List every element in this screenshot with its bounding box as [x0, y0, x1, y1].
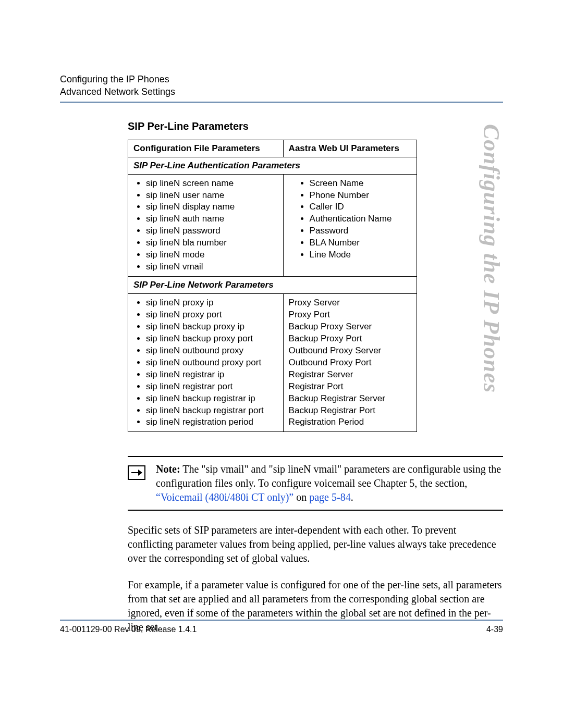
note-block: Note: The "sip vmail" and "sip lineN vma…: [128, 456, 503, 511]
table-header-row: Configuration File Parameters Aastra Web…: [128, 140, 417, 157]
list-item: Backup Proxy Port: [289, 333, 411, 345]
list-item: sip lineN display name: [146, 201, 278, 213]
list-item: Registration Period: [289, 416, 411, 428]
list-item: Line Mode: [310, 249, 411, 261]
col-head-web: Aastra Web UI Parameters: [283, 140, 417, 157]
list-item: Screen Name: [310, 178, 411, 190]
list-item: sip lineN user name: [146, 190, 278, 202]
page-header: Configuring the IP Phones Advanced Netwo…: [60, 73, 503, 98]
net-cfg-list: sip lineN proxy ipsip lineN proxy portsi…: [133, 297, 278, 428]
note-label: Note:: [156, 463, 180, 475]
list-item: Registrar Server: [289, 369, 411, 381]
list-item: sip lineN mode: [146, 249, 278, 261]
table-row: sip lineN proxy ipsip lineN proxy portsi…: [128, 294, 417, 432]
list-item: Caller ID: [310, 201, 411, 213]
list-item: Backup Proxy Server: [289, 321, 411, 333]
list-item: sip lineN bla number: [146, 237, 278, 249]
subheader-net: SIP Per-Line Network Parameters: [128, 277, 417, 294]
subheader-auth: SIP Per-Line Authentication Parameters: [128, 157, 417, 174]
table-row: sip lineN screen namesip lineN user name…: [128, 174, 417, 277]
list-item: sip lineN backup registrar ip: [146, 393, 278, 405]
list-item: Outbound Proxy Server: [289, 345, 411, 357]
cell-net-web: Proxy ServerProxy PortBackup Proxy Serve…: [283, 294, 417, 432]
list-item: sip lineN registrar port: [146, 381, 278, 393]
list-item: Phone Number: [310, 190, 411, 202]
note-link-page[interactable]: page 5-84: [309, 491, 350, 503]
list-item: sip lineN registrar ip: [146, 369, 278, 381]
list-item: Backup Registrar Server: [289, 393, 411, 405]
auth-web-list: Screen NamePhone NumberCaller IDAuthenti…: [289, 178, 411, 262]
list-item: sip lineN vmail: [146, 261, 278, 273]
note-end: .: [351, 491, 353, 503]
svg-marker-1: [138, 470, 142, 476]
footer-right: 4-39: [486, 625, 503, 634]
note-bottom-rule: [128, 510, 503, 511]
header-rule: [60, 102, 503, 103]
list-item: Outbound Proxy Port: [289, 357, 411, 369]
body-paragraph: Specific sets of SIP parameters are inte…: [128, 523, 503, 565]
note-mid: on: [293, 491, 309, 503]
list-item: Proxy Port: [289, 309, 411, 321]
note-text: Note: The "sip vmail" and "sip lineN vma…: [156, 462, 503, 504]
list-item: sip lineN backup registrar port: [146, 405, 278, 417]
list-item: Backup Registrar Port: [289, 405, 411, 417]
col-head-config: Configuration File Parameters: [128, 140, 284, 157]
auth-cfg-list: sip lineN screen namesip lineN user name…: [133, 178, 278, 274]
list-item: Proxy Server: [289, 297, 411, 309]
list-item: Registrar Port: [289, 381, 411, 393]
cell-auth-cfg: sip lineN screen namesip lineN user name…: [128, 174, 284, 277]
list-item: sip lineN proxy port: [146, 309, 278, 321]
note-part1: The "sip vmail" and "sip lineN vmail" pa…: [156, 463, 501, 489]
table-row: SIP Per-Line Network Parameters: [128, 277, 417, 294]
footer-rule: [60, 620, 503, 621]
list-item: sip lineN outbound proxy: [146, 345, 278, 357]
page-footer: 41-001129-00 Rev 09, Release 1.4.1 4-39: [60, 620, 503, 634]
list-item: sip lineN outbound proxy port: [146, 357, 278, 369]
list-item: sip lineN backup proxy ip: [146, 321, 278, 333]
net-web-list: Proxy ServerProxy PortBackup Proxy Serve…: [289, 297, 411, 428]
header-chapter: Configuring the IP Phones: [60, 73, 503, 85]
list-item: Password: [310, 225, 411, 237]
side-title: Configuring the IP Phones: [478, 124, 505, 393]
section-title: SIP Per-Line Parameters: [128, 120, 503, 132]
list-item: Authentication Name: [310, 213, 411, 225]
list-item: sip lineN backup proxy port: [146, 333, 278, 345]
list-item: sip lineN auth name: [146, 213, 278, 225]
table-row: SIP Per-Line Authentication Parameters: [128, 157, 417, 174]
list-item: sip lineN proxy ip: [146, 297, 278, 309]
list-item: sip lineN registration period: [146, 416, 278, 428]
note-link-voicemail[interactable]: “Voicemail (480i/480i CT only)”: [156, 491, 293, 503]
cell-net-cfg: sip lineN proxy ipsip lineN proxy portsi…: [128, 294, 284, 432]
footer-left: 41-001129-00 Rev 09, Release 1.4.1: [60, 625, 197, 634]
arrow-right-icon: [128, 465, 145, 480]
list-item: sip lineN screen name: [146, 178, 278, 190]
list-item: BLA Number: [310, 237, 411, 249]
list-item: sip lineN password: [146, 225, 278, 237]
header-section: Advanced Network Settings: [60, 85, 503, 98]
cell-auth-web: Screen NamePhone NumberCaller IDAuthenti…: [283, 174, 417, 277]
parameters-table: Configuration File Parameters Aastra Web…: [128, 140, 417, 433]
